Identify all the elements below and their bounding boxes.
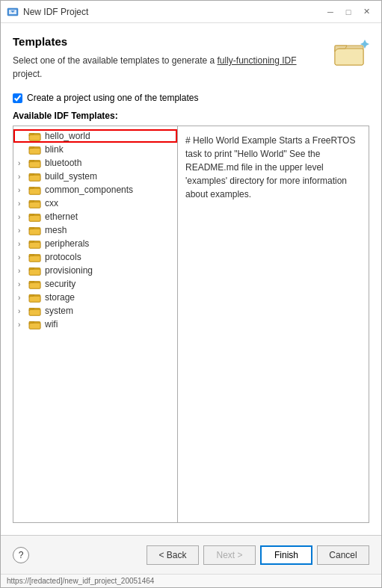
footer: ? < Back Next > Finish Cancel — [1, 535, 381, 574]
tree-item-wifi[interactable]: › wifi — [13, 318, 177, 331]
tree-item-label: bluetooth — [45, 158, 81, 168]
footer-left: ? — [13, 547, 29, 563]
chevron-icon: › — [18, 226, 27, 235]
folder-icon — [28, 252, 42, 262]
folder-icon — [28, 171, 42, 182]
folder-icon — [28, 198, 42, 208]
chevron-icon: › — [18, 253, 27, 261]
svg-rect-21 — [29, 229, 40, 235]
next-button[interactable]: Next > — [203, 545, 256, 565]
tree-item-peripherals[interactable]: › peripherals — [13, 237, 177, 250]
svg-rect-11 — [29, 161, 40, 167]
tree-item-system[interactable]: › system — [13, 304, 177, 318]
svg-rect-33 — [29, 309, 40, 315]
svg-rect-4 — [335, 49, 363, 65]
tree-item-common_components[interactable]: › common_components — [13, 183, 177, 196]
folder-icon — [28, 279, 42, 289]
tree-item-label: wifi — [45, 319, 58, 329]
chevron-icon: › — [18, 321, 27, 329]
tree-item-label: common_components — [45, 185, 133, 195]
maximize-button[interactable]: □ — [339, 3, 357, 21]
folder-icon — [28, 319, 42, 329]
tree-item-blink[interactable]: blink — [13, 143, 177, 156]
tree-item-ethernet[interactable]: › ethernet — [13, 210, 177, 223]
chevron-icon: › — [18, 307, 27, 315]
minimize-button[interactable]: ─ — [321, 3, 339, 21]
chevron-icon: › — [18, 199, 27, 208]
chevron-icon: › — [18, 159, 27, 167]
templates-label: Available IDF Templates: — [13, 111, 369, 121]
tree-item-label: peripherals — [45, 238, 89, 249]
chevron-icon: › — [18, 173, 27, 181]
tree-item-label: system — [45, 306, 73, 316]
folder-icon — [28, 265, 42, 276]
tree-item-label: ethernet — [45, 211, 78, 222]
chevron-icon: › — [18, 280, 27, 288]
section-description: Select one of the available templates to… — [13, 54, 326, 81]
url-text: https://[redacted]/new_idf_project_20051… — [7, 577, 154, 585]
help-button[interactable]: ? — [13, 547, 29, 563]
finish-button[interactable]: Finish — [260, 545, 312, 565]
tree-item-provisioning[interactable]: › provisioning — [13, 264, 177, 277]
footer-right: < Back Next > Finish Cancel — [147, 545, 369, 565]
folder-icon — [28, 306, 42, 316]
chevron-icon: › — [18, 240, 27, 248]
folder-icon — [28, 131, 42, 141]
chevron-icon: › — [18, 213, 27, 221]
tree-item-cxx[interactable]: › cxx — [13, 196, 177, 210]
svg-rect-23 — [29, 242, 40, 248]
tree-item-label: cxx — [45, 198, 58, 208]
tree-item-protocols[interactable]: › protocols — [13, 250, 177, 264]
tree-item-hello_world[interactable]: hello_world — [13, 129, 177, 143]
window-title: New IDF Project — [23, 7, 321, 17]
tree-item-label: mesh — [45, 225, 67, 235]
main-window: New IDF Project ─ □ ✕ Templates Select o… — [0, 0, 382, 588]
template-panel: hello_world blink› bluetooth› build_syst… — [13, 126, 369, 523]
folder-icon — [28, 185, 42, 195]
folder-icon — [28, 158, 42, 168]
main-content: Templates Select one of the available te… — [1, 23, 381, 535]
tree-item-label: protocols — [45, 252, 81, 262]
create-project-checkbox-row: Create a project using one of the templa… — [13, 93, 369, 103]
template-icon — [333, 38, 369, 70]
close-button[interactable]: ✕ — [357, 3, 375, 21]
folder-icon — [28, 292, 42, 303]
svg-rect-31 — [29, 296, 40, 302]
template-description: # Hello World Example Starts a FreeRTOS … — [185, 135, 355, 199]
folder-icon — [28, 144, 42, 155]
description-pane: # Hello World Example Starts a FreeRTOS … — [178, 126, 369, 522]
tree-pane[interactable]: hello_world blink› bluetooth› build_syst… — [13, 126, 178, 522]
url-bar: https://[redacted]/new_idf_project_20051… — [1, 574, 381, 587]
chevron-icon: › — [18, 267, 27, 275]
tree-item-build_system[interactable]: › build_system — [13, 170, 177, 183]
folder-icon — [28, 225, 42, 235]
app-icon — [7, 6, 19, 18]
tree-item-mesh[interactable]: › mesh — [13, 223, 177, 237]
create-project-label: Create a project using one of the templa… — [27, 93, 198, 103]
create-project-checkbox[interactable] — [13, 93, 22, 103]
tree-item-label: build_system — [45, 171, 97, 182]
folder-icon — [28, 238, 42, 249]
desc-part2: project. — [13, 69, 42, 79]
back-button[interactable]: < Back — [147, 545, 199, 565]
tree-item-security[interactable]: › security — [13, 277, 177, 291]
tree-item-storage[interactable]: › storage — [13, 291, 177, 304]
chevron-icon: › — [18, 186, 27, 194]
svg-rect-17 — [29, 202, 40, 208]
svg-rect-27 — [29, 269, 40, 275]
svg-rect-13 — [29, 175, 40, 181]
folder-icon — [28, 211, 42, 222]
svg-rect-15 — [29, 188, 40, 194]
section-title: Templates — [13, 35, 326, 48]
titlebar: New IDF Project ─ □ ✕ — [1, 1, 381, 23]
svg-rect-29 — [29, 282, 40, 288]
tree-item-label: provisioning — [45, 265, 93, 276]
svg-rect-19 — [29, 215, 40, 221]
svg-rect-9 — [29, 148, 40, 154]
svg-rect-35 — [29, 323, 40, 329]
svg-rect-25 — [29, 256, 40, 261]
tree-item-label: blink — [45, 144, 64, 155]
tree-item-bluetooth[interactable]: › bluetooth — [13, 156, 177, 170]
cancel-button[interactable]: Cancel — [317, 545, 369, 565]
tree-item-label: security — [45, 279, 76, 289]
